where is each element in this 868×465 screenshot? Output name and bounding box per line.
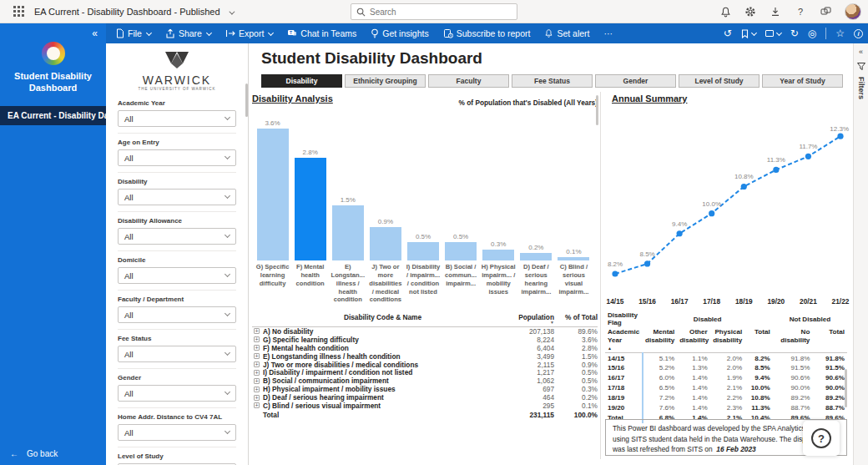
annual-table-row[interactable]: 14/155.1%1.1%2.0%8.2%91.8%91.8% xyxy=(605,353,847,363)
col-header-pct-total[interactable]: % of Total xyxy=(554,313,598,324)
tab-fee-status[interactable]: Fee Status xyxy=(512,74,593,88)
bookmarks-icon[interactable] xyxy=(741,29,756,38)
annual-col-header[interactable]: Mental disability xyxy=(643,327,678,353)
expand-icon[interactable]: + xyxy=(254,370,260,376)
download-icon[interactable] xyxy=(770,6,781,18)
annual-table-row[interactable]: 19/207.6%1.4%2.3%11.3%88.7%88.7% xyxy=(605,403,847,413)
annual-col-header[interactable]: Other disability xyxy=(677,327,710,353)
tab-faculty[interactable]: Faculty xyxy=(428,74,509,88)
bar[interactable] xyxy=(332,205,364,260)
visual-scrollbar[interactable] xyxy=(596,95,598,125)
col-header-population[interactable]: Population ▼ xyxy=(502,313,554,324)
report-title[interactable]: EA Current - Disability Dashboard - Publ… xyxy=(34,7,233,17)
annual-col-header[interactable]: Physical disability xyxy=(710,327,745,353)
filter-dropdown[interactable]: All xyxy=(118,149,236,166)
table-row[interactable]: +F) Mental health condition6,4042.8% xyxy=(252,344,598,352)
reset-icon[interactable]: ↺ xyxy=(724,28,732,39)
search-box[interactable] xyxy=(351,3,517,20)
table-row[interactable]: +E) Longstanding illness / health condit… xyxy=(252,352,598,361)
annual-col-header[interactable]: No disability xyxy=(773,327,813,353)
toolbar-subscribe-to-report[interactable]: Subscribe to report xyxy=(443,28,531,38)
feedback-frames-icon[interactable] xyxy=(820,6,831,18)
annual-table-row[interactable]: 17/186.5%1.4%2.1%10.0%90.0%90.0% xyxy=(605,383,847,393)
annual-col-header[interactable]: Total xyxy=(744,327,772,353)
table-row[interactable]: +H) Physical impairment / mobility issue… xyxy=(252,385,598,393)
toolbar-export[interactable]: Export xyxy=(225,28,273,38)
info-icon[interactable]: i xyxy=(854,29,863,38)
filter-dropdown[interactable]: All xyxy=(118,346,236,362)
tab-level-of-study[interactable]: Level of Study xyxy=(679,74,760,88)
favorite-star-icon[interactable]: ☆ xyxy=(835,28,845,39)
table-row[interactable]: +G) Specific learning difficulty8,2243.6… xyxy=(252,336,598,344)
toolbar-share[interactable]: Share xyxy=(165,28,211,38)
annual-table-row[interactable]: 15/165.2%1.3%2.0%8.5%91.5%91.5% xyxy=(605,363,847,373)
expand-icon[interactable]: + xyxy=(254,328,260,334)
filter-dropdown[interactable]: All xyxy=(118,110,236,127)
table-row[interactable]: +J) Two or more disabilities / medical c… xyxy=(252,361,598,369)
search-input[interactable] xyxy=(370,8,503,17)
sidebar-nav-item-report[interactable]: EA Current - Disability Dash... xyxy=(0,106,106,125)
bar[interactable] xyxy=(558,257,589,260)
bar[interactable] xyxy=(482,250,514,260)
line-point[interactable] xyxy=(612,270,618,276)
expand-icon[interactable]: + xyxy=(254,336,260,342)
tab-ethnicity-grouping[interactable]: Ethnicity Grouping xyxy=(345,74,426,88)
line-point[interactable] xyxy=(709,210,714,216)
bar[interactable] xyxy=(445,242,477,260)
annual-col-header[interactable]: Academic Year▲ xyxy=(605,327,643,353)
expand-icon[interactable]: + xyxy=(254,387,260,392)
table-row[interactable]: +B) Social / communication impairment1,0… xyxy=(252,377,598,385)
notifications-bell-icon[interactable] xyxy=(719,6,731,18)
refresh-icon[interactable]: ↻ xyxy=(790,28,799,39)
expand-icon[interactable]: + xyxy=(254,378,260,384)
settings-gear-icon[interactable] xyxy=(744,6,756,18)
collapse-sidebar-icon[interactable]: « xyxy=(92,28,98,39)
zoom-target-icon[interactable]: ◎ xyxy=(808,28,816,39)
expand-filters-icon[interactable]: « xyxy=(859,48,863,56)
help-card[interactable]: ? xyxy=(803,421,840,456)
col-header-code-name[interactable]: Disability Code & Name xyxy=(263,313,502,324)
app-launcher-icon[interactable] xyxy=(13,6,16,8)
tab-disability[interactable]: Disability xyxy=(261,74,342,88)
table-row[interactable]: +C) Blind / serious visual impairment295… xyxy=(252,402,598,410)
view-icon[interactable] xyxy=(765,30,781,37)
table-row[interactable]: +A) No disability207,13889.6% xyxy=(252,327,598,336)
annual-table-row[interactable]: 18/197.2%1.4%2.2%10.8%89.2%89.2% xyxy=(605,393,847,403)
annual-table-scrollbar[interactable] xyxy=(845,369,847,407)
bar[interactable] xyxy=(407,242,439,260)
toolbar-get-insights[interactable]: Get insights xyxy=(371,28,428,38)
annual-col-header[interactable]: Total xyxy=(812,327,847,353)
line-point[interactable] xyxy=(644,260,650,266)
filter-panel-scrollbar[interactable] xyxy=(245,83,248,117)
table-row[interactable]: +D) Deaf / serious hearing impairment464… xyxy=(252,393,598,402)
bar[interactable] xyxy=(370,227,401,260)
help-icon[interactable]: ? xyxy=(795,6,806,18)
line-point[interactable] xyxy=(773,167,779,173)
expand-icon[interactable]: + xyxy=(254,361,260,367)
toolbar-file[interactable]: File xyxy=(116,28,151,38)
filter-dropdown[interactable]: All xyxy=(118,424,236,441)
avatar[interactable] xyxy=(845,3,861,20)
annual-table-header[interactable]: Disability Flag Disabled Not Disabled Ac… xyxy=(605,311,847,353)
filter-dropdown[interactable]: All xyxy=(118,267,236,284)
go-back-button[interactable]: ← Go back xyxy=(10,449,58,458)
table-header[interactable]: Disability Code & Name Population ▼ % of… xyxy=(252,311,598,327)
line-point[interactable] xyxy=(741,184,747,190)
line-point[interactable] xyxy=(837,134,843,139)
expand-icon[interactable]: + xyxy=(254,402,260,408)
bar[interactable] xyxy=(295,158,326,260)
tab-gender[interactable]: Gender xyxy=(595,74,676,88)
table-row[interactable]: +I) Disability / impairment / condition … xyxy=(252,368,598,377)
toolbar-set-alert[interactable]: Set alert xyxy=(544,28,589,38)
toolbar-chat-in-teams[interactable]: TChat in Teams xyxy=(287,28,356,38)
expand-icon[interactable]: + xyxy=(254,345,260,351)
filter-dropdown[interactable]: All xyxy=(118,385,236,402)
bar[interactable] xyxy=(520,253,552,260)
line-point[interactable] xyxy=(677,230,683,236)
toolbar-more-options[interactable]: ··· xyxy=(604,28,613,38)
tab-year-of-study[interactable]: Year of Study xyxy=(762,74,843,88)
filter-dropdown[interactable]: All xyxy=(118,189,236,205)
filter-dropdown[interactable]: All xyxy=(118,228,236,245)
filter-dropdown[interactable]: All xyxy=(118,306,236,323)
bar[interactable] xyxy=(257,129,289,260)
